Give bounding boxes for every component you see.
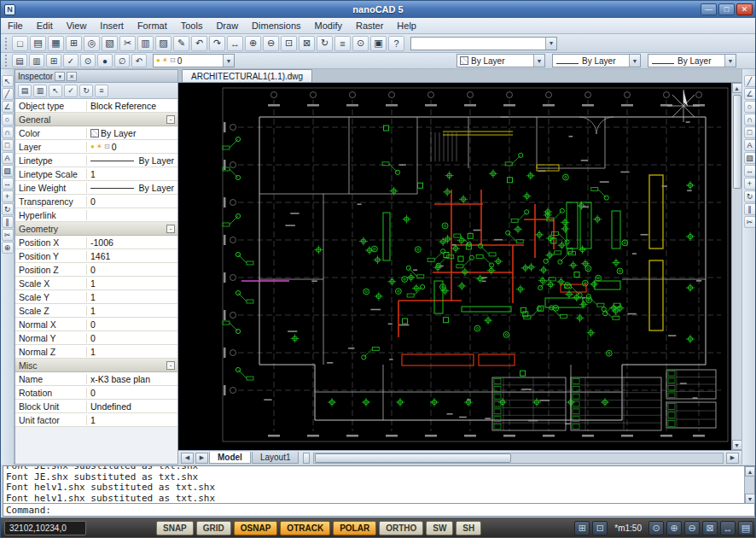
copy-icon[interactable]: ▥ [137, 36, 154, 51]
toggle-sw[interactable]: SW [426, 521, 453, 535]
chevron-down-icon[interactable]: ▼ [533, 55, 544, 67]
minimize-button[interactable]: — [701, 3, 717, 15]
layer-freeze-icon[interactable]: ∅ [114, 54, 130, 67]
select-objects-icon[interactable]: ↖ [49, 85, 62, 97]
menu-draw[interactable]: Draw [209, 19, 245, 32]
collapse-icon[interactable]: - [166, 115, 175, 124]
dimension-icon[interactable]: ↔ [2, 178, 14, 190]
circle-icon[interactable]: ○ [2, 114, 14, 126]
menu-file[interactable]: File [1, 19, 30, 32]
scrollbar-thumb[interactable] [315, 453, 511, 463]
tab-scroll-left-icon[interactable]: ◀ [181, 453, 194, 464]
draw-circle-icon[interactable]: ○ [744, 101, 756, 113]
scale-lock-icon[interactable]: ⊡ [592, 521, 608, 535]
property-value-linetype-scale[interactable]: 1 [87, 169, 177, 179]
inspector-section-geometry[interactable]: Geometry- [15, 222, 177, 236]
property-value-layer[interactable]: ●☀⊡0 [87, 142, 177, 152]
property-value-normal-x[interactable]: 0 [87, 319, 177, 330]
redo-icon[interactable]: ↷ [209, 36, 225, 51]
set-current-layer-icon[interactable]: ✓ [63, 54, 79, 67]
tab-scroll-right-icon[interactable]: ▶ [195, 453, 208, 464]
property-value-scale-y[interactable]: 1 [87, 292, 177, 302]
chevron-down-icon[interactable]: ▼ [724, 55, 736, 67]
modify-rotate-icon[interactable]: ↻ [744, 190, 756, 202]
lineweight-combo[interactable]: By Layer▼ [648, 54, 736, 67]
command-history[interactable]: Font JE.shx substituted as txt.shxFont J… [3, 466, 744, 504]
property-value-position-y[interactable]: 1461 [87, 251, 177, 261]
properties-icon[interactable]: ▣ [370, 36, 387, 51]
zoom-tool-icon[interactable]: ⊕ [2, 242, 14, 254]
scroll-up-icon[interactable]: ▲ [732, 83, 742, 93]
menu-help[interactable]: Help [390, 19, 423, 32]
tab-splitter[interactable] [303, 453, 310, 464]
linetype-combo[interactable]: By Layer▼ [552, 54, 641, 67]
toggle-osnap[interactable]: OSNAP [234, 521, 278, 535]
toolbar-grip[interactable] [5, 38, 9, 50]
zoom-dynamic-icon[interactable]: ⊙ [648, 521, 664, 535]
move-icon[interactable]: + [2, 190, 14, 202]
layer-previous-icon[interactable]: ↶ [131, 54, 147, 67]
toggle-snap[interactable]: SNAP [156, 521, 194, 535]
layers-icon[interactable]: ≡ [334, 36, 351, 51]
scroll-right-icon[interactable]: ▶ [726, 453, 739, 464]
toggle-grid[interactable]: GRID [196, 521, 231, 535]
modify-offset-icon[interactable]: ∥ [744, 203, 756, 215]
chevron-down-icon[interactable]: ▼ [629, 55, 640, 67]
draw-line-icon[interactable]: ╱ [744, 75, 756, 87]
rectangle-icon[interactable]: □ [2, 139, 14, 151]
open-icon[interactable]: ▤ [30, 36, 46, 51]
chevron-down-icon[interactable]: ▼ [545, 38, 556, 50]
erase-icon[interactable]: ✂ [2, 229, 14, 241]
scroll-up-icon[interactable]: ▲ [745, 466, 755, 477]
draw-rectangle-icon[interactable]: □ [744, 126, 756, 138]
quick-select-icon[interactable]: ✓ [64, 85, 78, 97]
toggle-ortho[interactable]: ORTHO [379, 521, 423, 535]
refresh-icon[interactable]: ↻ [79, 85, 93, 97]
document-tab[interactable]: ARCHITECTURAL1(1.1).dwg [182, 69, 312, 82]
osnap-settings-icon[interactable]: ⊙ [352, 36, 369, 51]
paste-icon[interactable]: ▨ [155, 36, 172, 51]
draw-arc-icon[interactable]: ∩ [744, 114, 756, 126]
draw-polyline-icon[interactable]: ∠ [744, 88, 756, 100]
print-preview-icon[interactable]: ◎ [84, 36, 100, 51]
zoom-in-icon[interactable]: ⊕ [245, 36, 261, 51]
zoom-out-icon[interactable]: ⊖ [684, 521, 700, 535]
property-value-object-type[interactable]: Block Reference [87, 101, 177, 111]
select-icon[interactable]: ↖ [2, 75, 14, 87]
publish-icon[interactable]: ▧ [102, 36, 118, 51]
zoom-in-icon[interactable]: ⊕ [666, 521, 682, 535]
property-value-transparency[interactable]: 0 [87, 196, 177, 207]
command-scrollbar[interactable]: ▲ ▼ [744, 466, 754, 504]
title-bar[interactable]: N nanoCAD 5 — □ ✕ [1, 1, 755, 18]
inspector-section-misc[interactable]: Misc- [15, 359, 177, 372]
format-painter-icon[interactable]: ✎ [173, 36, 189, 51]
menu-dimensions[interactable]: Dimensions [245, 19, 307, 32]
rotate-icon[interactable]: ↻ [2, 203, 14, 215]
plot-icon[interactable]: ⊞ [66, 36, 82, 51]
toggle-polar[interactable]: POLAR [333, 521, 376, 535]
tab-layout1[interactable]: Layout1 [252, 452, 299, 464]
cut-icon[interactable]: ✂ [119, 36, 136, 51]
pan-icon[interactable]: ↔ [227, 36, 243, 51]
collapse-icon[interactable]: - [166, 225, 175, 233]
menu-format[interactable]: Format [131, 19, 174, 32]
layer-combo[interactable]: ● ☀ ⊡ 0 ▼ [153, 54, 235, 67]
menu-modify[interactable]: Modify [308, 19, 349, 32]
command-input[interactable]: Command: [3, 503, 754, 516]
property-value-rotation[interactable]: 0 [87, 388, 177, 398]
text-icon[interactable]: A [2, 152, 14, 164]
regen-icon[interactable]: ↻ [317, 36, 333, 51]
property-value-block-unit[interactable]: Undefined [87, 401, 177, 412]
maximize-button[interactable]: □ [718, 3, 735, 15]
property-value-position-x[interactable]: -1006 [87, 237, 177, 248]
scroll-down-icon[interactable]: ▼ [732, 440, 742, 450]
toolbar-field[interactable]: ▼ [410, 37, 557, 50]
new-layer-icon[interactable]: ⊞ [46, 54, 61, 67]
pan-icon[interactable]: ↔ [720, 521, 736, 535]
hatch-icon[interactable]: ▨ [2, 165, 14, 177]
modify-erase-icon[interactable]: ✂ [744, 216, 756, 228]
drawing-canvas[interactable] [178, 83, 731, 450]
inspector-header[interactable]: Inspector ▾ ✕ [15, 70, 177, 83]
fullscreen-icon[interactable]: ▤ [738, 521, 753, 535]
collapse-icon[interactable]: - [166, 361, 175, 370]
